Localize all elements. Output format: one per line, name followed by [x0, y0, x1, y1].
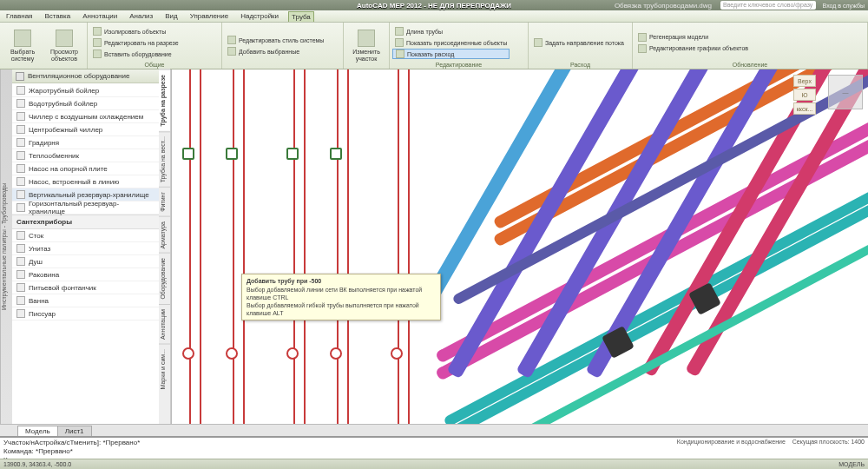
tooltip-line: Выбор добавляемой линии сети ВК выполняе…	[247, 286, 436, 301]
tool-icon	[16, 270, 25, 279]
view-orientation-badges[interactable]: Верх Ю ккск...	[793, 75, 816, 115]
palette-item[interactable]: Жаротрубный бойлер	[12, 84, 159, 97]
length-icon	[395, 27, 404, 36]
palette-tabs: Труба на разрезе Трубка на вест... Фитин…	[159, 69, 171, 424]
view-top-badge[interactable]: Верх	[793, 75, 816, 87]
tool-icon	[16, 138, 25, 147]
palette-tab[interactable]: Трубка на вест...	[159, 131, 170, 187]
tool-icon	[16, 177, 25, 186]
edit-graphics-button[interactable]: Редактирование графики объектов	[635, 43, 751, 54]
title-bar: AutoCAD MEP 2012 - НЕ ДЛЯ ПЕРЕПРОДАЖИ Об…	[0, 0, 868, 10]
palette-item[interactable]: Писсуар	[12, 307, 159, 320]
ribbon-group-select: Выбрать систему Просмотр объектов	[0, 23, 88, 69]
segment-icon	[358, 30, 375, 47]
palette-title-strip[interactable]: Инструментальные палитры - Трубопроводы	[0, 69, 12, 424]
palette-item[interactable]: Градирня	[12, 136, 159, 149]
palette-item[interactable]: Теплообменник	[12, 149, 159, 162]
pipe-length-button[interactable]: Длина трубы	[392, 26, 510, 36]
menu-pipe-contextual[interactable]: Труба	[288, 11, 314, 22]
palette-tab[interactable]: Труба на разрезе	[159, 69, 170, 131]
ribbon: Выбрать систему Просмотр объектов Изолир…	[0, 23, 868, 69]
edit-in-section-button[interactable]: Редактировать на разрезе	[90, 37, 181, 48]
tool-icon	[16, 164, 25, 173]
palette-item[interactable]: Горизонтальный резервуар-хранилище	[12, 201, 159, 215]
space-indicator[interactable]: МОДЕЛЬ	[838, 461, 865, 467]
palette-tab[interactable]: Марки и сим...	[159, 344, 170, 394]
palette-tab[interactable]: Фитинг	[159, 187, 170, 216]
graphics-icon	[638, 44, 647, 53]
tool-icon	[16, 231, 25, 240]
show-connected-button[interactable]: Показать присоединенные объекты	[392, 37, 510, 48]
palette-tab[interactable]: Арматура	[159, 216, 170, 254]
isolate-objects-button[interactable]: Изолировать объекты	[90, 26, 181, 36]
insert-equipment-button[interactable]: Вставить оборудование	[90, 49, 181, 59]
objects-icon	[56, 30, 73, 47]
dynamic-input-tooltip: Добавить трубу при -500 Выбор добавляемо…	[241, 274, 441, 320]
plan-view-2d	[172, 69, 432, 424]
palette-item[interactable]: Насос на опорной плите	[12, 162, 159, 175]
connected-icon	[395, 38, 404, 47]
palette-item[interactable]: Ванна	[12, 294, 159, 307]
palette-item[interactable]: Сток	[12, 229, 159, 242]
ribbon-group-general: Изолировать объекты Редактировать на раз…	[88, 23, 222, 69]
view-wcs-badge[interactable]: ккск...	[793, 102, 816, 115]
modify-segment-button[interactable]: Изменить участок	[346, 28, 386, 64]
add-icon	[227, 47, 236, 56]
direction-icon	[534, 38, 542, 47]
palette-tab[interactable]: Аннотации	[159, 304, 170, 344]
style-icon	[227, 36, 236, 44]
login-link[interactable]: Вход в службы	[823, 3, 865, 9]
tool-icon	[16, 244, 25, 253]
palette-item[interactable]: Питьевой фонтанчик	[12, 281, 159, 294]
menu-view[interactable]: Вид	[162, 11, 180, 21]
layout-tab-sheet1[interactable]: Лист1	[57, 426, 92, 436]
show-flow-button[interactable]: Показать расход	[392, 49, 510, 59]
status-bar: 13900.9, 34363.4, -500.0 МОДЕЛЬ	[0, 459, 868, 469]
menu-analyze[interactable]: Анализ	[127, 11, 155, 21]
menu-home[interactable]: Главная	[3, 11, 35, 21]
tool-icon	[16, 125, 25, 134]
view-south-badge[interactable]: Ю	[793, 89, 816, 101]
system-icon	[14, 30, 31, 47]
tool-icon	[16, 283, 25, 292]
ribbon-group-flowdir: Задать направление потока Расход	[529, 23, 633, 69]
tool-icon	[16, 309, 25, 318]
menu-addins[interactable]: Надстройки	[238, 11, 281, 21]
tool-icon	[16, 86, 25, 95]
command-history-line: Команда: *Прервано*	[3, 447, 865, 456]
menu-annotate[interactable]: Аннотации	[80, 11, 120, 21]
select-system-button[interactable]: Выбрать систему	[3, 28, 43, 64]
section-icon	[93, 38, 102, 47]
workspace-label: Кондиционирование и водоснабжение	[677, 439, 786, 445]
menu-manage[interactable]: Управление	[187, 11, 231, 21]
menu-insert[interactable]: Вставка	[42, 11, 73, 21]
palette-item[interactable]: Водотрубный бойлер	[12, 97, 159, 110]
set-flow-direction-button[interactable]: Задать направление потока	[531, 37, 627, 48]
layout-tabs: Модель Лист1	[0, 424, 868, 436]
cutplane-label: Секущая плоскость: 1400	[792, 439, 865, 445]
drawing-canvas[interactable]: Верх Ю ккск... — Добавить трубу при -500…	[172, 69, 868, 424]
tool-icon	[16, 190, 25, 199]
add-selected-button[interactable]: Добавить выбранные	[225, 46, 326, 56]
palette-item[interactable]: Душ	[12, 255, 159, 268]
tooltip-title: Добавить трубу при -500	[247, 277, 436, 285]
view-cube[interactable]: —	[828, 75, 863, 109]
palette-header-label: Вентиляционное оборудование	[28, 72, 129, 80]
regenerate-model-button[interactable]: Регенерация модели	[635, 32, 751, 43]
view-objects-button[interactable]: Просмотр объектов	[44, 28, 84, 64]
palette-item[interactable]: Унитаз	[12, 242, 159, 255]
palette-item[interactable]: Раковина	[12, 268, 159, 281]
coordinates-readout: 13900.9, 34363.4, -500.0	[3, 461, 71, 467]
tool-icon	[16, 112, 25, 121]
edit-style-button[interactable]: Редактировать стиль системы	[225, 35, 326, 45]
tool-icon	[16, 151, 25, 160]
app-title: AutoCAD MEP 2012 - НЕ ДЛЯ ПЕРЕПРОДАЖИ	[357, 2, 511, 10]
palette-item[interactable]: Центробежный чиллер	[12, 123, 159, 136]
search-input[interactable]: Введите ключевое слово/фразу	[720, 1, 816, 10]
palette-item[interactable]: Насос, встроенный в линию	[12, 175, 159, 188]
palette-tab[interactable]: Оборудование	[159, 253, 170, 304]
layout-tab-model[interactable]: Модель	[17, 426, 58, 436]
menu-bar: Главная Вставка Аннотации Анализ Вид Упр…	[0, 10, 868, 23]
palette-item[interactable]: Чиллер с воздушным охлаждением	[12, 110, 159, 123]
palette-section-fixtures: Сантехприборы	[12, 215, 159, 229]
